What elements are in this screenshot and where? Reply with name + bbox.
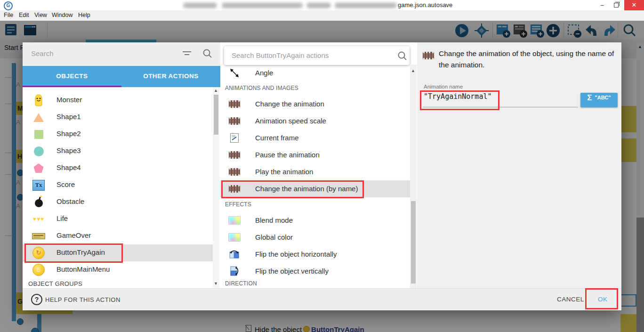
annotation-box-ok [585,288,618,309]
search-icon [397,51,408,61]
object-label: Life [56,214,68,222]
action-row-change-animation[interactable]: Change the animation [220,96,410,113]
object-label: Shape1 [56,113,81,121]
rainbow-icon [228,215,241,226]
animation-name-label: Animation name [424,84,463,89]
action-row-play-animation[interactable]: Play the animation [220,163,410,180]
app-window: G game.json.autosave – ✕ File Edit View … [0,0,644,332]
object-row-score[interactable]: Tx Score [23,177,213,194]
annotation-box-animation-name [420,90,499,110]
object-label: Monster [56,96,82,104]
object-label: Shape4 [56,163,81,171]
object-row-shape1[interactable]: Shape1 [23,109,213,126]
object-row-monster[interactable]: Monster [23,92,213,109]
text-object-icon: Tx [32,179,45,191]
object-label: GameOver [56,231,91,239]
actions-scrollbar[interactable]: ▲ [410,65,417,288]
object-search-field[interactable]: Search [23,42,220,66]
restore-button[interactable] [609,0,623,10]
minimize-button[interactable]: – [595,0,609,10]
action-row-current-frame[interactable]: Current frame [220,130,410,146]
active-tab-indicator [23,86,121,87]
film-strip-icon [228,150,241,160]
menu-file[interactable]: File [4,12,13,18]
redacted-title-segment [335,3,396,8]
scroll-down-icon[interactable]: ▼ [214,281,218,286]
object-label: Score [56,180,75,188]
pentagon-icon [32,162,45,174]
object-label: ButtonMainMenu [56,265,110,273]
section-direction: DIRECTION [225,280,257,287]
object-groups-header: OBJECT GROUPS [28,280,82,287]
close-button[interactable]: ✕ [624,0,644,10]
help-link[interactable]: HELP FOR THIS ACTION [45,296,121,303]
section-effects: EFFECTS [225,201,251,208]
rainbow-icon [228,232,241,243]
scrollbar-thumb[interactable] [214,95,218,135]
section-animations: ANIMATIONS AND IMAGES [225,85,298,91]
action-row-blend-mode[interactable]: Blend mode [220,212,410,229]
action-label: Flip the object horizontally [255,250,337,258]
abc-label: "ABC" [595,95,611,100]
object-row-shape4[interactable]: Shape4 [23,160,213,177]
object-row-shape3[interactable]: Shape3 [23,143,213,160]
redacted-title-segment [307,3,330,8]
object-label: Obstacle [56,197,84,205]
tab-objects[interactable]: OBJECTS [23,73,121,80]
window-title: game.json.autosave [398,1,452,8]
object-row-shape2[interactable]: Shape2 [23,126,213,143]
search-placeholder: Search [31,49,54,57]
frame-icon [228,133,241,143]
action-row-flip-vertical[interactable]: Flip the object vertically [220,263,410,280]
dialog-footer: ? HELP FOR THIS ACTION CANCEL OK [23,288,621,310]
action-row-pause-animation[interactable]: Pause the animation [220,146,410,163]
triangle-icon [32,111,45,123]
menu-view[interactable]: View [34,12,47,18]
filter-icon[interactable] [182,50,192,58]
film-strip-icon [228,116,241,126]
action-label: Play the animation [255,168,313,176]
object-row-life[interactable]: ♥♥♥ Life [23,211,213,227]
restore-icon [614,3,619,8]
film-strip-icon [228,99,241,109]
flip-vertical-icon [228,266,241,276]
search-icon [202,49,213,59]
action-label: Flip the object vertically [255,267,329,275]
action-row-global-color[interactable]: Global color [220,229,410,246]
tab-other-actions[interactable]: OTHER ACTIONS [121,73,220,80]
action-label: Pause the animation [255,151,320,159]
action-row-animation-speed[interactable]: Animation speed scale [220,113,410,130]
menu-bar: File Edit View Window Help [0,10,644,21]
help-icon[interactable]: ? [31,294,42,305]
action-config-panel: Change the animation of the object, usin… [417,42,621,288]
expression-builder-button[interactable]: Σ"ABC" [580,93,618,107]
menu-window[interactable]: Window [52,12,72,18]
action-search-field[interactable]: Search ButtonTryAgain actions [224,46,410,65]
actions-panel: Search ButtonTryAgain actions Angle ANIM… [220,42,417,288]
menu-edit[interactable]: Edit [19,12,29,18]
scroll-up-icon[interactable]: ▲ [411,68,415,73]
action-row-flip-horizontal[interactable]: Flip the object horizontally [220,246,410,263]
action-row-angle[interactable]: Angle [220,65,410,81]
action-label: Global color [255,233,293,241]
object-row-obstacle[interactable]: Obstacle [23,194,213,211]
action-label: Current frame [255,134,299,142]
object-row-gameover[interactable]: GameOver [23,227,213,244]
monster-icon [32,94,45,106]
cancel-button[interactable]: CANCEL [557,296,584,303]
objects-scrollbar[interactable]: ▲ ▼ [213,87,219,288]
action-label: Angle [255,69,273,77]
scroll-up-icon[interactable]: ▲ [214,88,218,93]
action-chooser-dialog: Search OBJECTS OTHER ACTIONS Monster Sha… [23,42,621,310]
hearts-icon: ♥♥♥ [32,213,45,225]
menu-help[interactable]: Help [78,12,90,18]
object-row-buttonmainmenu[interactable]: ⌂ ButtonMainMenu [23,261,213,278]
bomb-icon [32,196,45,208]
redacted-title-segment [222,3,302,8]
circle-icon [32,145,45,157]
flip-horizontal-icon [228,249,241,259]
scrollbar-thumb[interactable] [411,201,416,283]
gdevelop-logo-icon: G [4,1,13,10]
object-label: Shape3 [56,146,81,154]
angle-icon [228,68,241,78]
